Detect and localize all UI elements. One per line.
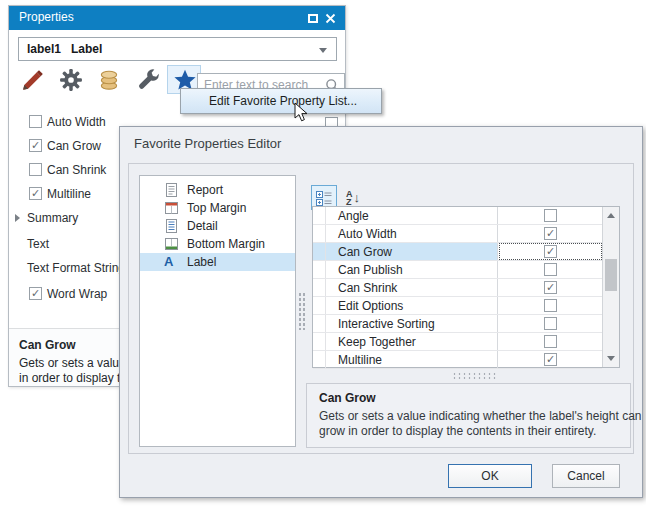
ok-button[interactable]: OK: [448, 464, 532, 488]
band-item-report[interactable]: Report: [140, 181, 295, 199]
property-label: Text: [27, 237, 49, 251]
bottom-margin-icon: [165, 237, 178, 251]
appearance-brush-icon[interactable]: [21, 68, 45, 92]
maximize-icon[interactable]: [308, 14, 318, 23]
checkbox[interactable]: ✓: [29, 139, 42, 152]
band-list: Report Top Margin Detail: [139, 175, 296, 447]
panel-title: Properties: [19, 10, 74, 24]
object-selector-combobox[interactable]: label1Label: [18, 37, 337, 61]
tools-wrench-icon[interactable]: [137, 68, 161, 92]
checkbox[interactable]: [29, 115, 42, 128]
property-label: Summary: [27, 211, 78, 225]
categorized-icon: [316, 190, 332, 206]
description-title: Can Grow: [319, 391, 376, 405]
checkbox[interactable]: [29, 163, 42, 176]
band-label: Top Margin: [187, 201, 246, 215]
close-icon[interactable]: [325, 13, 336, 24]
grid-row-edit-options[interactable]: Edit Options: [313, 297, 602, 315]
top-margin-icon: [165, 201, 178, 215]
chevron-down-icon[interactable]: [319, 48, 327, 53]
property-label: Word Wrap: [47, 287, 107, 301]
sort-az-icon: AZ: [346, 190, 353, 206]
behavior-gear-icon[interactable]: [59, 68, 83, 92]
grid-row-can-grow[interactable]: Can Grow ✓: [313, 243, 602, 261]
description-text-line2: grow in order to display the contents in…: [319, 424, 596, 438]
grid-row-keep-together[interactable]: Keep Together: [313, 333, 602, 351]
value-checkbox[interactable]: [544, 299, 557, 312]
band-item-label[interactable]: A Label: [140, 253, 295, 271]
grid-row-interactive-sorting[interactable]: Interactive Sorting: [313, 315, 602, 333]
band-item-top-margin[interactable]: Top Margin: [140, 199, 295, 217]
value-checkbox[interactable]: ✓: [544, 353, 557, 366]
report-icon: [165, 183, 178, 197]
band-label: Bottom Margin: [187, 237, 265, 251]
property-label: Multiline: [47, 187, 91, 201]
grid-row-can-shrink[interactable]: Can Shrink ✓: [313, 279, 602, 297]
value-checkbox[interactable]: ✓: [544, 227, 557, 240]
property-label: Auto Width: [47, 115, 106, 129]
selected-object: label1Label: [27, 42, 102, 56]
grid-row-angle[interactable]: Angle: [313, 207, 602, 225]
expander-icon[interactable]: [15, 214, 20, 222]
grid-row-auto-width[interactable]: Auto Width ✓: [313, 225, 602, 243]
object-name: label1: [27, 42, 61, 56]
grid-row-can-publish[interactable]: Can Publish: [313, 261, 602, 279]
band-item-bottom-margin[interactable]: Bottom Margin: [140, 235, 295, 253]
properties-titlebar[interactable]: Properties: [9, 6, 345, 30]
scroll-down-icon[interactable]: [607, 356, 615, 361]
band-label: Report: [187, 183, 223, 197]
band-label: Detail: [187, 219, 218, 233]
value-checkbox[interactable]: [544, 335, 557, 348]
menu-item-edit-favorite-property-list[interactable]: Edit Favorite Property List...: [209, 94, 357, 108]
description-title: Can Grow: [19, 338, 76, 352]
screen: Properties label1Label: [0, 0, 646, 513]
mouse-cursor: [294, 102, 309, 123]
value-checkbox[interactable]: [544, 317, 557, 330]
value-checkbox[interactable]: ✓: [544, 281, 557, 294]
scroll-up-icon[interactable]: [607, 213, 615, 218]
object-type: Label: [71, 42, 102, 56]
property-label: Can Shrink: [47, 163, 106, 177]
value-checkbox[interactable]: [544, 263, 557, 276]
vertical-splitter-handle[interactable]: [298, 292, 306, 330]
sort-arrow-icon: ↓: [354, 190, 361, 205]
property-label: Text Format String: [27, 261, 125, 275]
grid-scrollbar[interactable]: [602, 207, 619, 367]
horizontal-splitter-handle[interactable]: [452, 372, 496, 379]
scrollbar-thumb[interactable]: [605, 259, 617, 291]
band-label: Label: [187, 255, 216, 269]
favorite-properties-editor-dialog: Favorite Properties Editor Report: [119, 126, 643, 498]
favorite-properties-grid: Angle Auto Width ✓ Can Grow ✓ Can Publis…: [312, 206, 620, 368]
dialog-title: Favorite Properties Editor: [134, 136, 281, 151]
grid-row-multiline[interactable]: Multiline ✓: [313, 351, 602, 369]
data-icon[interactable]: [97, 68, 121, 92]
label-a-icon: A: [164, 254, 173, 269]
band-item-detail[interactable]: Detail: [140, 217, 295, 235]
description-text-line1: Gets or sets a value indicating whether …: [319, 409, 641, 423]
value-checkbox[interactable]: ✓: [544, 245, 557, 258]
dialog-description: Can Grow Gets or sets a value indicating…: [306, 383, 631, 448]
detail-icon: [165, 219, 178, 233]
property-label: Can Grow: [47, 139, 101, 153]
checkbox[interactable]: ✓: [29, 187, 42, 200]
value-checkbox[interactable]: [544, 209, 557, 222]
cancel-button[interactable]: Cancel: [552, 464, 620, 488]
favorites-menu: Edit Favorite Property List...: [180, 88, 382, 114]
checkbox[interactable]: ✓: [29, 287, 42, 300]
